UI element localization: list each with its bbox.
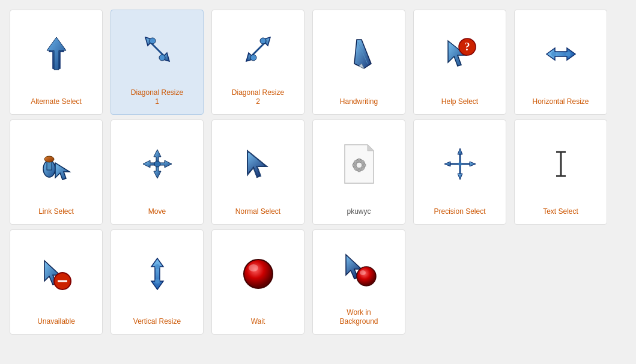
label-pkuwyc: pkuwyc [343,207,374,217]
svg-point-10 [260,38,266,44]
svg-point-64 [360,270,366,275]
item-alternate-select[interactable]: Alternate Select [10,10,103,115]
label-diagonal-resize-2: Diagonal Resize2 [228,88,288,107]
svg-point-63 [357,267,376,286]
item-handwriting[interactable]: Handwriting [312,10,405,115]
svg-point-60 [244,259,273,288]
icon-vertical-resize [111,230,203,317]
item-diagonal-resize-2[interactable]: Diagonal Resize2 [211,10,304,115]
icon-diagonal-resize-1 [111,10,203,88]
label-diagonal-resize-1: Diagonal Resize1 [127,88,187,107]
label-help-select: Help Select [438,97,482,107]
svg-rect-37 [358,169,360,172]
item-diagonal-resize-1[interactable]: Diagonal Resize1 [111,10,204,115]
svg-marker-1 [47,37,66,70]
item-vertical-resize[interactable]: Vertical Resize [111,229,204,335]
item-text-select[interactable]: Text Select [514,120,607,225]
icon-wait [212,230,304,317]
label-wait: Wait [247,317,269,327]
svg-marker-24 [55,163,70,180]
label-link-select: Link Select [35,207,77,217]
icon-diagonal-resize-2 [212,10,304,88]
svg-marker-48 [444,162,450,166]
svg-marker-12 [354,40,371,68]
icon-alternate-select [10,10,102,97]
item-horizontal-resize[interactable]: Horizontal Resize [514,10,607,115]
svg-point-58 [155,264,160,269]
icon-horizontal-resize [515,10,607,97]
item-help-select[interactable]: ? Help Select [413,10,506,115]
cursor-grid: Alternate Select Diagonal Resize1 [10,10,626,335]
svg-point-35 [356,162,362,168]
svg-point-50 [458,162,462,166]
svg-marker-47 [458,174,462,180]
label-alternate-select: Alternate Select [27,97,85,107]
svg-point-20 [566,52,571,56]
item-move[interactable]: Move [111,120,204,225]
label-text-select: Text Select [539,207,582,217]
label-handwriting: Handwriting [336,97,381,107]
svg-rect-36 [358,159,360,161]
label-precision-select: Precision Select [430,207,489,217]
item-wait[interactable]: Wait [211,229,304,335]
icon-pkuwyc [313,120,405,207]
svg-marker-49 [470,162,476,166]
item-work-in-background[interactable]: Work inBackground [312,229,405,335]
svg-point-6 [159,55,165,61]
icon-link-select [10,120,102,207]
svg-point-19 [551,52,556,56]
icon-move [111,120,203,207]
icon-unavailable [10,230,102,317]
icon-text-select [515,120,607,207]
item-unavailable[interactable]: Unavailable [10,229,103,335]
svg-marker-57 [151,258,163,290]
svg-line-8 [251,42,265,56]
label-work-in-background: Work inBackground [336,308,381,327]
svg-line-3 [150,42,165,56]
svg-point-29 [154,161,160,167]
svg-marker-18 [547,48,575,60]
icon-help-select: ? [414,10,506,97]
svg-point-61 [249,264,258,271]
svg-point-59 [155,279,160,284]
label-move: Move [145,207,169,217]
label-horizontal-resize: Horizontal Resize [528,97,592,107]
svg-point-5 [150,38,156,44]
svg-point-23 [44,156,54,162]
icon-normal-select [212,120,304,207]
label-vertical-resize: Vertical Resize [130,317,184,327]
svg-point-11 [250,55,256,61]
item-pkuwyc[interactable]: pkuwyc [312,120,405,225]
item-normal-select[interactable]: Normal Select [211,120,304,225]
item-link-select[interactable]: Link Select [10,120,103,225]
svg-rect-38 [353,164,355,166]
svg-marker-46 [458,148,462,154]
label-normal-select: Normal Select [232,207,284,217]
icon-work-in-background [313,230,405,308]
icon-precision-select [414,120,506,207]
item-precision-select[interactable]: Precision Select [413,120,506,225]
icon-handwriting [313,10,405,97]
label-unavailable: Unavailable [34,317,79,327]
svg-text:?: ? [464,41,470,53]
svg-rect-39 [363,164,366,166]
svg-marker-33 [368,145,374,151]
